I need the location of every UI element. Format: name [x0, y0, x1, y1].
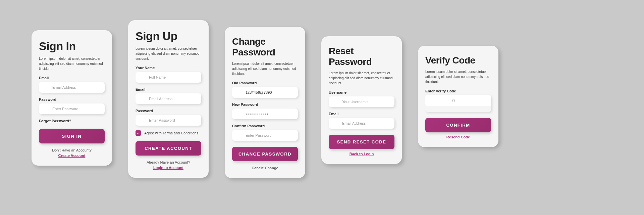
changepw-title: Change Password: [232, 36, 298, 58]
forgot-password-link[interactable]: Forgot Password?: [39, 119, 105, 123]
signin-card: Sign In Lorem ipsum dolor sit amet, cons…: [32, 30, 112, 166]
signin-button[interactable]: SIGN IN: [39, 129, 105, 143]
verify-subtitle: Lorem ipsum dolor sit amet, consectetuer…: [425, 69, 491, 84]
create-account-button[interactable]: CREATE ACCOUNT: [136, 141, 201, 156]
changepw-card: Change Password Lorem ipsum dolor sit am…: [225, 27, 305, 178]
verify-code-label: Enter Verify Code: [425, 89, 491, 93]
signup-password-input[interactable]: [136, 115, 201, 126]
username-input[interactable]: [329, 96, 394, 107]
login-to-account-link[interactable]: Login to Account: [136, 166, 201, 170]
resetpw-email-input[interactable]: [329, 118, 394, 129]
resend-code-link[interactable]: Resend Code: [425, 135, 491, 139]
terms-label: Agree with Terms and Conditions: [144, 131, 198, 135]
signup-have-account: Already Have an Account?: [136, 160, 201, 164]
signup-email-input[interactable]: [136, 93, 201, 104]
signin-email-input[interactable]: [39, 82, 105, 93]
signin-no-account: Don't Have an Account?: [39, 148, 105, 152]
create-account-link[interactable]: Create Account: [39, 154, 105, 158]
signup-email-label: Email: [136, 87, 201, 91]
signup-password-label: Password: [136, 109, 201, 113]
resetpw-card: Reset Password Lorem ipsum dolor sit ame…: [321, 36, 402, 164]
signin-password-input[interactable]: [39, 103, 105, 114]
confirm-password-input[interactable]: [232, 130, 298, 141]
signin-email-label: Email: [39, 76, 105, 80]
signin-password-label: Password: [39, 97, 105, 101]
old-password-label: Old Password: [232, 81, 298, 85]
signup-subtitle: Lorem ipsum dolor sit amet, consectetuer…: [136, 46, 201, 61]
code-digit-1[interactable]: [425, 95, 482, 106]
signup-title: Sign Up: [136, 30, 201, 43]
username-label: Username: [329, 90, 394, 94]
terms-checkbox[interactable]: [136, 130, 141, 136]
verify-card: Verify Code Lorem ipsum dolor sit amet, …: [418, 46, 498, 147]
signup-name-label: Your Name: [136, 66, 201, 70]
old-password-input[interactable]: [232, 87, 298, 98]
signup-card: Sign Up Lorem ipsum dolor sit amet, cons…: [128, 20, 209, 178]
signup-name-input[interactable]: [136, 72, 201, 83]
changepw-subtitle: Lorem ipsum dolor sit amet, consectetuer…: [232, 61, 298, 76]
send-reset-code-button[interactable]: SEND RESET CODE: [329, 135, 394, 149]
verify-title: Verify Code: [425, 55, 491, 66]
confirm-password-label: Confirm Password: [232, 124, 298, 128]
code-input-row: [425, 95, 491, 106]
check-icon: [137, 131, 140, 135]
resetpw-title: Reset Password: [329, 46, 394, 67]
signin-subtitle: Lorem ipsum dolor sit amet, consectetuer…: [39, 56, 105, 71]
confirm-button[interactable]: CONFIRM: [425, 118, 491, 132]
resetpw-subtitle: Lorem ipsum dolor sit amet, consectetuer…: [329, 71, 394, 86]
change-password-button[interactable]: CHANGE PASSWORD: [232, 147, 298, 161]
signin-title: Sign In: [39, 40, 105, 53]
new-password-input[interactable]: [232, 109, 298, 119]
back-to-login-link[interactable]: Back to Login: [329, 152, 394, 156]
code-digit-2[interactable]: [482, 95, 491, 106]
new-password-label: New Password: [232, 102, 298, 106]
resetpw-email-label: Email: [329, 112, 394, 116]
cancel-change-link[interactable]: Cancle Change: [232, 166, 298, 170]
